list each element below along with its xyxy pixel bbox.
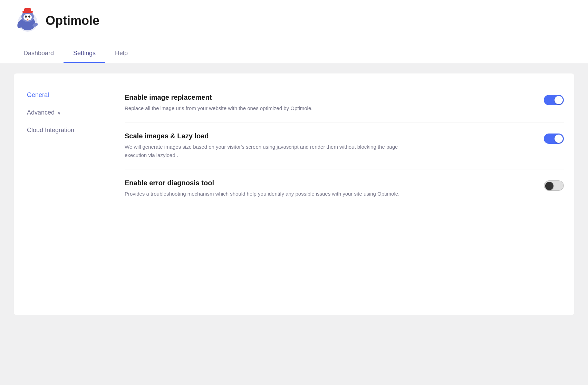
setting-text-error-diagnosis: Enable error diagnosis tool Provides a t…: [125, 179, 530, 198]
svg-point-5: [28, 16, 30, 18]
sidebar-label-general: General: [27, 91, 49, 99]
chevron-down-icon: ∨: [57, 110, 61, 116]
setting-row-image-replacement: Enable image replacement Replace all the…: [125, 84, 564, 122]
setting-text-image-replacement: Enable image replacement Replace all the…: [125, 93, 530, 112]
setting-text-scale-lazy: Scale images & Lazy load We will generat…: [125, 132, 530, 159]
svg-point-4: [25, 16, 27, 18]
toggle-error-diagnosis[interactable]: [544, 180, 564, 191]
setting-row-error-diagnosis: Enable error diagnosis tool Provides a t…: [125, 169, 564, 208]
main-nav: Dashboard Settings Help: [14, 45, 574, 63]
optimole-logo-icon: [14, 7, 41, 34]
sidebar-item-advanced[interactable]: Advanced ∨: [24, 105, 107, 120]
setting-title-error-diagnosis: Enable error diagnosis tool: [125, 179, 530, 187]
toggle-slider-on-2: [544, 134, 564, 144]
toggle-slider-on: [544, 95, 564, 105]
toggle-knob-3: [545, 182, 553, 190]
toggle-scale-lazy[interactable]: [544, 134, 564, 144]
setting-title-image-replacement: Enable image replacement: [125, 93, 530, 101]
app-title: Optimole: [46, 13, 99, 28]
toggle-knob: [555, 96, 563, 104]
logo-area: Optimole: [14, 7, 574, 41]
toggle-knob-2: [555, 135, 563, 143]
setting-desc-scale-lazy: We will generate images size based on yo…: [125, 143, 408, 159]
toggle-image-replacement[interactable]: [544, 95, 564, 105]
sidebar: General Advanced ∨ Cloud Integration: [24, 84, 114, 305]
settings-container: General Advanced ∨ Cloud Integration Ena…: [14, 73, 574, 315]
setting-desc-error-diagnosis: Provides a troubleshooting mechanism whi…: [125, 190, 408, 198]
sidebar-label-advanced: Advanced: [27, 109, 55, 116]
toggle-slider-off: [544, 180, 564, 191]
tab-help[interactable]: Help: [105, 45, 137, 63]
main-content: General Advanced ∨ Cloud Integration Ena…: [0, 63, 588, 325]
sidebar-item-general[interactable]: General: [24, 87, 107, 103]
setting-desc-image-replacement: Replace all the image urls from your web…: [125, 104, 408, 112]
setting-title-scale-lazy: Scale images & Lazy load: [125, 132, 530, 140]
sidebar-label-cloud-integration: Cloud Integration: [27, 127, 74, 134]
setting-row-scale-lazy: Scale images & Lazy load We will generat…: [125, 122, 564, 169]
settings-content: Enable image replacement Replace all the…: [114, 84, 564, 305]
tab-settings[interactable]: Settings: [64, 45, 105, 63]
sidebar-item-cloud-integration[interactable]: Cloud Integration: [24, 122, 107, 138]
svg-rect-8: [24, 8, 31, 12]
tab-dashboard[interactable]: Dashboard: [14, 45, 64, 63]
header: Optimole Dashboard Settings Help: [0, 0, 588, 63]
